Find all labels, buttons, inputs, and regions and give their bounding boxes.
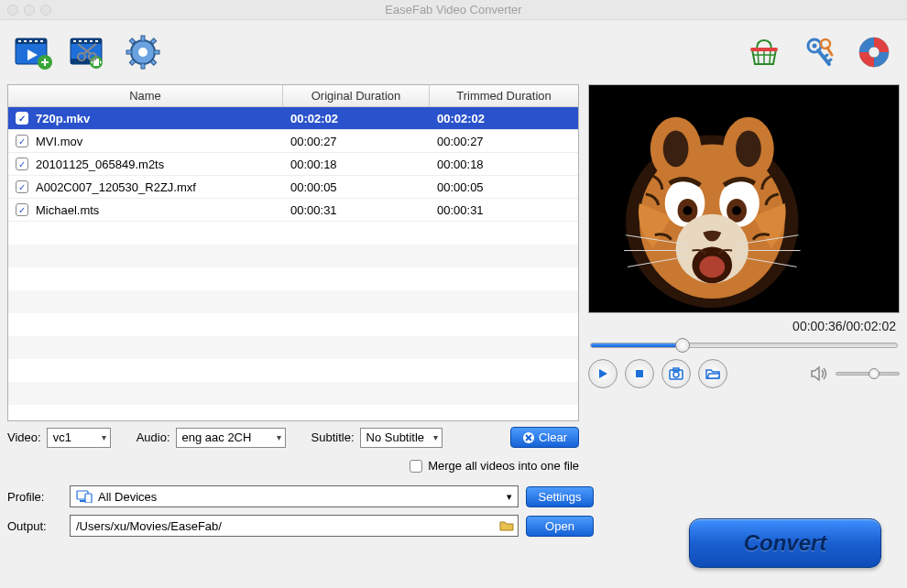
video-track-label: Video:: [7, 430, 41, 444]
svg-rect-80: [85, 494, 92, 503]
svg-point-66: [699, 256, 725, 278]
col-header-original-duration[interactable]: Original Duration: [283, 85, 430, 106]
browse-folder-icon[interactable]: [499, 519, 514, 532]
playback-time-readout: 00:00:36/00:02:02: [588, 313, 900, 339]
file-list-table: Name Original Duration Trimmed Duration …: [7, 84, 579, 421]
svg-rect-10: [44, 59, 46, 66]
svg-rect-28: [126, 50, 132, 54]
col-header-trimmed-duration[interactable]: Trimmed Duration: [430, 85, 578, 106]
output-label: Output:: [7, 519, 62, 533]
svg-point-63: [732, 206, 741, 215]
empty-rows-area: [8, 222, 578, 421]
svg-rect-17: [90, 40, 93, 42]
svg-marker-73: [599, 369, 607, 378]
snapshot-button[interactable]: [661, 359, 691, 388]
svg-rect-6: [40, 40, 43, 42]
trimmed-duration: 00:00:05: [430, 176, 578, 198]
video-track-select[interactable]: vc1: [47, 428, 111, 448]
close-window-button[interactable]: [7, 5, 18, 16]
audio-track-select[interactable]: eng aac 2CH: [176, 428, 286, 448]
row-checkbox[interactable]: ✓: [16, 180, 28, 193]
row-checkbox[interactable]: ✓: [16, 158, 28, 170]
file-name: 20101125_065849.m2ts: [36, 158, 164, 171]
row-checkbox[interactable]: ✓: [16, 203, 28, 216]
open-folder-button[interactable]: [698, 359, 727, 388]
svg-point-47: [869, 47, 880, 58]
volume-icon[interactable]: [810, 365, 828, 382]
subtitle-track-select[interactable]: No Subtitle: [360, 428, 443, 448]
original-duration: 00:00:31: [283, 199, 430, 221]
play-button[interactable]: [588, 359, 617, 388]
table-row[interactable]: ✓Michael.mts00:00:3100:00:31: [8, 199, 578, 222]
file-name: A002C007_120530_R2ZJ.mxf: [36, 180, 196, 194]
svg-point-57: [736, 131, 761, 168]
row-checkbox[interactable]: ✓: [16, 135, 28, 147]
open-output-button[interactable]: Open: [526, 516, 594, 537]
shop-basket-button[interactable]: [745, 33, 783, 71]
svg-rect-2: [18, 40, 21, 42]
trimmed-duration: 00:02:02: [430, 107, 578, 129]
original-duration: 00:00:05: [283, 176, 430, 198]
window-title: EaseFab Video Converter: [0, 3, 907, 16]
svg-point-62: [683, 206, 693, 215]
stop-button[interactable]: [625, 359, 654, 388]
seek-bar[interactable]: [588, 339, 900, 359]
svg-rect-27: [141, 63, 145, 69]
table-row[interactable]: ✓720p.mkv00:02:0200:02:02: [8, 107, 578, 130]
device-icon: [76, 490, 93, 503]
svg-rect-15: [79, 40, 82, 42]
output-path-field[interactable]: /Users/xu/Movies/EaseFab/: [70, 515, 519, 537]
zoom-window-button[interactable]: [40, 5, 51, 16]
svg-point-55: [663, 131, 689, 168]
svg-rect-38: [750, 48, 778, 51]
trimmed-duration: 00:00:27: [430, 130, 578, 152]
table-row[interactable]: ✓20101125_065849.m2ts00:00:1800:00:18: [8, 153, 578, 176]
svg-rect-4: [29, 40, 32, 42]
settings-gear-button[interactable]: [124, 33, 162, 71]
svg-line-34: [758, 49, 759, 64]
svg-rect-16: [84, 40, 87, 42]
register-key-button[interactable]: [800, 33, 838, 71]
trimmed-duration: 00:00:31: [430, 199, 578, 221]
svg-rect-18: [95, 40, 98, 42]
main-toolbar: [0, 20, 907, 84]
help-lifebuoy-button[interactable]: [855, 33, 893, 71]
table-row[interactable]: ✓A002C007_120530_R2ZJ.mxf00:00:0500:00:0…: [8, 176, 578, 199]
merge-checkbox[interactable]: [410, 460, 422, 473]
profile-select[interactable]: All Devices: [70, 485, 519, 507]
svg-point-77: [673, 372, 679, 377]
svg-rect-74: [636, 370, 643, 377]
svg-point-25: [138, 48, 148, 57]
row-checkbox[interactable]: ✓: [16, 112, 28, 125]
minimize-window-button[interactable]: [24, 5, 35, 16]
table-row[interactable]: ✓MVI.mov00:00:2700:00:27: [8, 130, 578, 153]
svg-rect-5: [35, 40, 38, 42]
subtitle-track-label: Subtitle:: [311, 430, 355, 444]
col-header-name[interactable]: Name: [8, 85, 283, 106]
trimmed-duration: 00:00:18: [430, 153, 578, 175]
original-duration: 00:02:02: [283, 107, 430, 129]
svg-line-36: [770, 49, 770, 64]
svg-rect-29: [154, 50, 159, 54]
file-name: Michael.mts: [36, 203, 99, 217]
file-name: 720p.mkv: [36, 112, 90, 125]
settings-button[interactable]: Settings: [526, 486, 594, 507]
preview-frame-image: [589, 85, 899, 312]
window-titlebar: EaseFab Video Converter: [0, 0, 907, 20]
merge-label: Merge all videos into one file: [428, 459, 579, 473]
clear-icon: [522, 431, 535, 444]
file-name: MVI.mov: [36, 135, 82, 148]
video-preview[interactable]: [588, 84, 900, 313]
edit-video-button[interactable]: [69, 33, 107, 71]
svg-rect-3: [24, 40, 27, 42]
add-video-button[interactable]: [14, 33, 52, 71]
volume-slider[interactable]: [836, 372, 900, 376]
svg-rect-14: [73, 40, 76, 42]
convert-button[interactable]: Convert: [689, 518, 881, 568]
original-duration: 00:00:18: [283, 153, 430, 175]
svg-rect-79: [80, 500, 85, 502]
svg-rect-26: [141, 36, 145, 41]
clear-list-button[interactable]: Clear: [510, 427, 579, 448]
audio-track-label: Audio:: [137, 430, 170, 444]
svg-point-44: [821, 39, 830, 49]
